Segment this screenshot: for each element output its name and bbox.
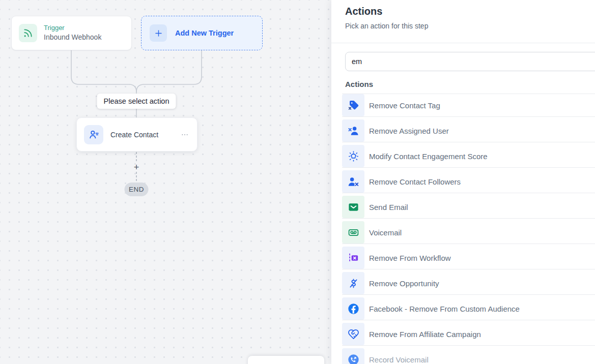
actions-section-header: Actions <box>345 80 595 88</box>
action-list-item[interactable]: Remove Contact Followers <box>342 170 595 193</box>
add-new-trigger-button[interactable]: Add New Trigger <box>141 16 263 50</box>
affiliate-remove-icon <box>342 323 364 345</box>
user-remove-icon <box>342 119 364 142</box>
connector-lines <box>0 0 331 364</box>
voicemail-icon <box>342 221 364 244</box>
webhook-icon <box>19 24 37 42</box>
action-label: Remove From Affiliate Campaign <box>369 330 481 339</box>
action-label: Remove From Workflow <box>369 254 451 262</box>
create-contact-node[interactable]: Create Contact <box>76 117 197 151</box>
plus-icon <box>150 24 167 42</box>
end-node: END <box>125 183 149 196</box>
action-label: Remove Assigned User <box>369 127 449 135</box>
action-list-item[interactable]: Remove From Affiliate Campaign <box>342 323 595 346</box>
workflow-canvas[interactable]: Trigger Inbound Webhook Add New Trigger … <box>0 0 331 364</box>
action-label: Voicemail <box>369 228 402 237</box>
action-label: Modify Contact Engagement Score <box>369 152 488 161</box>
select-action-hint: Please select action <box>97 94 176 109</box>
trigger-name-label: Inbound Webhook <box>44 33 101 41</box>
action-list-item[interactable]: Remove From Workflow <box>342 247 595 269</box>
actions-panel: Actions Pick an action for this step Act… <box>331 0 595 364</box>
action-label: Facebook - Remove From Custom Audience <box>369 305 520 313</box>
action-list-item[interactable]: Remove Assigned User <box>342 119 595 142</box>
action-label: Remove Contact Tag <box>369 101 440 110</box>
action-list-item[interactable]: Record Voicemail <box>342 348 595 364</box>
action-search-input[interactable] <box>345 52 595 71</box>
action-list-item[interactable]: Voicemail <box>342 221 595 244</box>
facebook-icon <box>342 297 364 320</box>
record-voicemail-icon <box>342 348 364 364</box>
panel-subtitle: Pick an action for this step <box>345 21 595 31</box>
action-label: Remove Contact Followers <box>369 177 461 186</box>
node-menu-ellipsis-icon[interactable] <box>180 130 190 140</box>
action-list-item[interactable]: Send Email <box>342 196 595 219</box>
action-list-item[interactable]: Remove Opportunity <box>342 272 595 295</box>
action-list-item[interactable]: Remove Contact Tag <box>342 94 595 117</box>
follower-remove-icon <box>342 170 364 193</box>
add-step-button[interactable]: + <box>134 163 139 172</box>
tag-remove-icon <box>342 94 364 116</box>
panel-divider <box>331 43 595 43</box>
canvas-toolbar-partial[interactable] <box>248 356 324 364</box>
panel-title: Actions <box>345 5 595 18</box>
action-label: Send Email <box>369 203 408 211</box>
action-list-item[interactable]: Modify Contact Engagement Score <box>342 145 595 168</box>
opportunity-remove-icon <box>342 272 364 294</box>
trigger-type-label: Trigger <box>44 24 101 32</box>
action-list: Remove Contact Tag Remove Assigned User … <box>342 94 595 364</box>
action-label: Remove Opportunity <box>369 279 439 288</box>
user-edit-icon <box>84 125 103 144</box>
email-icon <box>342 196 364 218</box>
engagement-score-icon <box>342 145 364 167</box>
action-list-item[interactable]: Facebook - Remove From Custom Audience <box>342 297 595 320</box>
create-contact-label: Create Contact <box>110 131 173 139</box>
add-new-trigger-label: Add New Trigger <box>175 29 234 37</box>
action-label: Record Voicemail <box>369 355 429 364</box>
trigger-node[interactable]: Trigger Inbound Webhook <box>11 16 132 50</box>
workflow-remove-icon <box>342 247 364 269</box>
